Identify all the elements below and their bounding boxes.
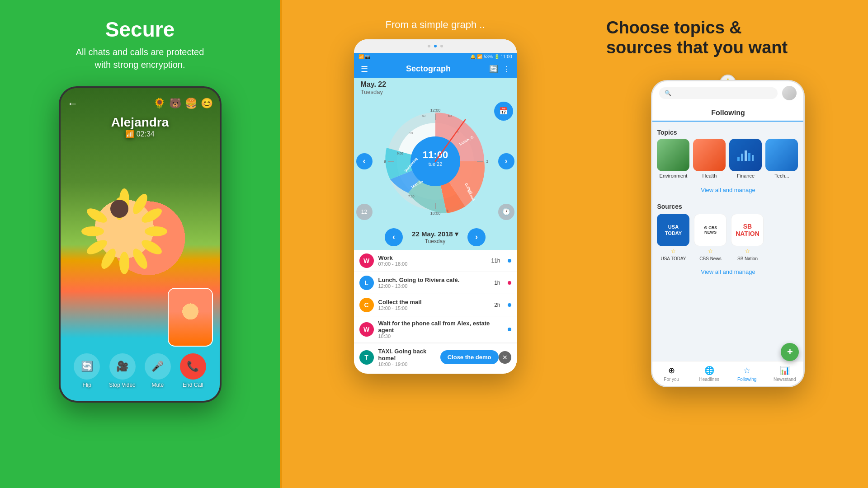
right-heading: Choose topics &sources that you want: [597, 18, 859, 57]
event-time: 12:00 - 13:00: [378, 283, 490, 289]
call-emojis: 🌻🐻🍔😊: [153, 98, 213, 109]
clock-prev-button[interactable]: ‹: [356, 153, 373, 169]
clock-history-btn[interactable]: 🕐: [498, 204, 514, 220]
back-button[interactable]: ←: [67, 97, 78, 110]
event-lunch[interactable]: L Lunch. Going to Riviera café. 12:00 - …: [354, 272, 517, 294]
topic-environment[interactable]: Environment: [657, 139, 689, 178]
topic-tech-label: Tech...: [774, 173, 789, 178]
event-name: Wait for the phone call from Alex, estat…: [378, 320, 496, 333]
svg-rect-27: [741, 154, 743, 161]
user-avatar[interactable]: [782, 86, 797, 100]
view-all-topics-link[interactable]: View all and manage: [657, 183, 799, 197]
stop-video-button[interactable]: 🎥 Stop Video: [109, 353, 136, 388]
close-demo-button[interactable]: Close the demo: [440, 350, 499, 364]
clock-next-button[interactable]: ›: [498, 153, 514, 169]
bottom-nav: ⊕ For you 🌐 Headlines ☆ Following 📊 News…: [652, 361, 803, 386]
phone-middle: 📶 📷 🔔 📶 53% 🔋 11:00 ☰ Sectograph 🔄 ⋮ May…: [354, 39, 517, 374]
caller-name: Alejandra: [61, 115, 220, 130]
caller-info: Alejandra 📶 02:34: [61, 115, 220, 138]
topic-health-img: [693, 139, 726, 171]
prev-date-button[interactable]: ‹: [385, 228, 403, 246]
source-sb-name: SB Nation: [737, 256, 758, 261]
status-time: 🔔 📶 53% 🔋 11:00: [470, 54, 512, 59]
event-duration: 2h: [494, 302, 500, 308]
clock-twelve-btn[interactable]: 12: [356, 204, 373, 220]
calendar-fab[interactable]: 📅: [494, 102, 513, 121]
phone-right-wrapper: ⭐ 🔍 Following Topics: [651, 80, 805, 387]
topic-finance[interactable]: Finance: [729, 139, 762, 178]
event-name: Collect the mail: [378, 299, 490, 305]
topic-tech-img: [765, 139, 798, 171]
event-dot: [508, 303, 511, 307]
sb-nation-logo: SBNATION: [731, 214, 764, 246]
newsstand-icon: 📊: [780, 366, 790, 375]
end-call-button[interactable]: 📞 End Call: [180, 353, 206, 388]
svg-text:12:00: 12:00: [430, 108, 440, 113]
event-duration: 11h: [491, 258, 500, 264]
date-nav: ‹ 22 May. 2018 ▾ Tuesday ›: [354, 225, 517, 250]
topic-health[interactable]: Health: [693, 139, 726, 178]
following-tab[interactable]: Following: [652, 105, 803, 122]
event-taxi-row: T TAXI. Going back home! 18:00 - 19:00 C…: [354, 343, 517, 371]
event-letter-l: L: [359, 276, 374, 290]
date-nav-text[interactable]: 22 May. 2018 ▾: [412, 230, 458, 238]
event-name: Lunch. Going to Riviera café.: [378, 277, 490, 283]
call-header: ← 🌻🐻🍔😊: [61, 93, 220, 114]
event-collect-mail[interactable]: C Collect the mail 13:00 - 15:00 2h: [354, 294, 517, 316]
following-nav-label: Following: [737, 377, 756, 382]
headlines-icon: 🌐: [704, 366, 714, 375]
sectograph-header: ☰ Sectograph 🔄 ⋮: [354, 61, 517, 78]
event-name-taxi: TAXI. Going back home!: [378, 348, 440, 361]
source-usa-today[interactable]: USATODAY ☆ USA TODAY: [657, 214, 689, 261]
event-time: 18:30: [378, 333, 496, 339]
svg-rect-30: [752, 155, 754, 161]
topic-tech[interactable]: Tech...: [765, 139, 798, 178]
next-date-button[interactable]: ›: [467, 228, 486, 246]
news-top-bar: 🔍: [652, 81, 803, 105]
mute-button[interactable]: 🎤 Mute: [145, 353, 171, 388]
topic-finance-label: Finance: [737, 173, 755, 178]
date-nav-sub: Tuesday: [412, 238, 458, 244]
svg-text:7:00: 7:00: [408, 195, 415, 198]
search-bar[interactable]: 🔍: [659, 87, 778, 99]
nav-newsstand[interactable]: 📊 Newsstand: [766, 366, 804, 382]
refresh-icon[interactable]: 🔄: [489, 65, 498, 73]
date-display: May. 22 Tuesday: [354, 78, 517, 98]
middle-subheading: From a simple graph ..: [385, 18, 485, 32]
view-all-sources-link[interactable]: View all and manage: [657, 265, 799, 279]
svg-rect-29: [748, 153, 750, 161]
for-you-icon: ⊕: [668, 366, 675, 375]
left-subheading: All chats and calls are protectedwith st…: [76, 46, 204, 71]
topics-label: Topics: [657, 129, 799, 136]
svg-text:11:00: 11:00: [422, 149, 448, 160]
right-panel: Choose topics &sources that you want ⭐ 🔍…: [588, 0, 868, 488]
flip-button[interactable]: 🔄 Flip: [74, 353, 100, 388]
newsstand-label: Newsstand: [774, 377, 796, 382]
event-wait[interactable]: W Wait for the phone call from Alex, est…: [354, 316, 517, 343]
middle-panel: From a simple graph .. 📶 📷 🔔 📶 53% 🔋 11:…: [282, 0, 588, 488]
event-list: W Work 07:00 - 18:00 11h L Lunch. Going …: [354, 250, 517, 371]
close-demo-x-button[interactable]: ✕: [499, 351, 511, 364]
date-main: May. 22: [361, 80, 510, 89]
nav-for-you[interactable]: ⊕ For you: [652, 366, 690, 382]
svg-text:60: 60: [448, 114, 452, 117]
cbs-news-logo: ⊙ CBSNEWS: [694, 214, 726, 246]
phone-right: 🔍 Following Topics Environment: [651, 80, 805, 387]
call-duration: 📶 02:34: [61, 130, 220, 138]
event-dot: [508, 328, 511, 331]
topic-finance-img: [729, 139, 762, 171]
status-bar: 📶 📷 🔔 📶 53% 🔋 11:00: [354, 53, 517, 61]
source-sb-nation[interactable]: SBNATION ☆ SB Nation: [731, 214, 764, 261]
nav-headlines[interactable]: 🌐 Headlines: [690, 366, 728, 382]
svg-text:9: 9: [384, 159, 386, 164]
event-dot: [508, 259, 511, 263]
source-cbs-news[interactable]: ⊙ CBSNEWS ☆ CBS News: [694, 214, 726, 261]
more-icon[interactable]: ⋮: [503, 65, 510, 73]
svg-text:10: 10: [409, 131, 413, 135]
event-work[interactable]: W Work 07:00 - 18:00 11h: [354, 250, 517, 272]
usa-today-logo: USATODAY: [657, 214, 689, 246]
menu-icon[interactable]: ☰: [361, 64, 368, 74]
event-time: 13:00 - 15:00: [378, 305, 490, 311]
source-cbs-name: CBS News: [699, 256, 721, 261]
nav-following[interactable]: ☆ Following: [728, 366, 766, 382]
